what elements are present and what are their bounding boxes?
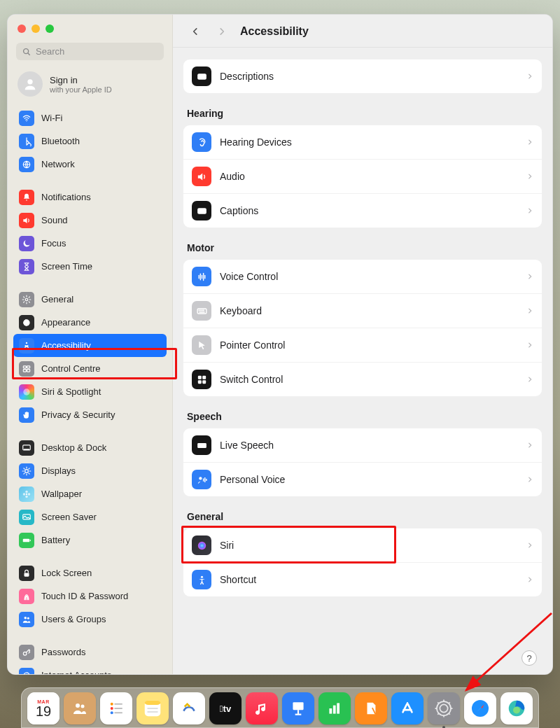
row-label: Pointer Control: [220, 340, 518, 351]
dock-numbers[interactable]: [318, 692, 351, 724]
search-icon: [22, 47, 31, 57]
close-button[interactable]: [18, 24, 26, 33]
back-button[interactable]: [187, 23, 204, 40]
dock-settings[interactable]: [428, 692, 460, 724]
row-pointer-control[interactable]: Pointer Control: [183, 328, 542, 362]
svg-rect-22: [23, 538, 29, 542]
account-row[interactable]: Sign in with your Apple ID: [8, 67, 172, 105]
sidebar-item-control-centre[interactable]: Control Centre: [13, 357, 167, 380]
row-audio[interactable]: Audio: [183, 159, 542, 193]
section-group: Live SpeechPersonal Voice: [183, 428, 542, 497]
sidebar-item-privacy-security[interactable]: Privacy & Security: [13, 403, 167, 426]
row-keyboard[interactable]: Keyboard: [183, 293, 542, 328]
sidebar-item-passwords[interactable]: Passwords: [13, 640, 167, 664]
sidebar-item-general[interactable]: General: [13, 288, 167, 311]
sidebar-item-appearance[interactable]: Appearance: [13, 311, 167, 334]
sidebar-item-label: Lock Screen: [41, 568, 92, 578]
sidebar-item-displays[interactable]: Displays: [13, 459, 167, 482]
row-label: Siri: [220, 540, 518, 551]
hand-icon: [19, 407, 34, 423]
dock-appstore[interactable]: [391, 692, 424, 724]
sidebar-item-bluetooth[interactable]: Bluetooth: [13, 130, 167, 153]
search-field[interactable]: [16, 43, 164, 60]
dock-keynote[interactable]: [282, 692, 314, 724]
dock-music[interactable]: [246, 692, 278, 724]
svg-point-20: [28, 493, 31, 496]
section-title: Motor: [187, 242, 538, 253]
page-title: Accessibility: [240, 25, 309, 38]
sidebar-item-screen-time[interactable]: Screen Time: [13, 255, 167, 278]
dock-calendar[interactable]: MAR19: [27, 692, 59, 724]
dock-edge[interactable]: [500, 692, 533, 724]
sidebar-item-screen-saver[interactable]: Screen Saver: [13, 505, 167, 528]
chevron-right-icon: [526, 307, 533, 315]
row-shortcut[interactable]: Shortcut: [183, 562, 542, 596]
chevron-right-icon: [526, 138, 533, 146]
sidebar-list: Wi-FiBluetoothNetworkNotificationsSoundF…: [8, 105, 172, 674]
battery-icon: [19, 533, 34, 548]
dock-notes[interactable]: [136, 692, 169, 724]
bell-icon: [19, 190, 34, 205]
sidebar-item-siri-spotlight[interactable]: Siri & Spotlight: [13, 380, 167, 403]
row-label: Keyboard: [220, 305, 518, 316]
sidebar-item-focus[interactable]: Focus: [13, 232, 167, 255]
dock-reminders[interactable]: [100, 692, 132, 724]
sidebar-item-network[interactable]: Network: [13, 153, 167, 176]
users-icon: [19, 612, 34, 627]
sidebar-item-label: Passwords: [41, 647, 86, 657]
dock-safari[interactable]: [464, 692, 496, 724]
sidebar-item-internet-accounts[interactable]: Internet Accounts: [13, 664, 167, 674]
livespeech-icon: [192, 435, 211, 455]
flower-icon: [19, 486, 34, 502]
zoom-button[interactable]: [46, 24, 54, 33]
sidebar-item-users-groups[interactable]: Users & Groups: [13, 608, 167, 631]
row-captions[interactable]: CCCaptions: [183, 193, 542, 227]
sidebar-item-touch-id-password[interactable]: Touch ID & Password: [13, 584, 167, 608]
content-pane: DescriptionsHearingHearing DevicesAudioC…: [173, 48, 552, 674]
speaker-icon: [19, 213, 34, 228]
dock-pages[interactable]: [355, 692, 387, 724]
row-label: Live Speech: [220, 440, 518, 451]
svg-point-25: [24, 616, 27, 619]
svg-point-26: [27, 617, 29, 619]
section-title: Hearing: [187, 108, 538, 119]
section-group: Voice ControlKeyboardPointer ControlSwit…: [183, 259, 542, 397]
row-voice-control[interactable]: Voice Control: [183, 260, 542, 293]
svg-text:CC: CC: [199, 209, 204, 213]
dock-contacts[interactable]: [64, 692, 96, 724]
sidebar-item-wi-fi[interactable]: Wi-Fi: [13, 106, 167, 130]
minimize-button[interactable]: [31, 24, 40, 33]
svg-point-51: [199, 477, 202, 479]
sidebar-item-battery[interactable]: Battery: [13, 528, 167, 552]
svg-point-45: [203, 310, 204, 311]
row-siri[interactable]: Siri: [183, 528, 542, 562]
desc-icon: [192, 66, 211, 86]
pvoice-icon: [192, 470, 211, 489]
sidebar-item-desktop-dock[interactable]: Desktop & Dock: [13, 436, 167, 459]
dock-tv[interactable]: tv: [209, 692, 241, 724]
sidebar-item-accessibility[interactable]: Accessibility: [13, 334, 167, 357]
siriorb-icon: [192, 536, 211, 555]
svg-rect-46: [197, 375, 201, 379]
row-switch-control[interactable]: Switch Control: [183, 362, 542, 396]
svg-point-7: [26, 342, 27, 343]
svg-point-3: [26, 120, 27, 121]
row-personal-voice[interactable]: Personal Voice: [183, 462, 542, 496]
row-label: Audio: [220, 171, 518, 182]
avatar-icon: [18, 71, 43, 97]
sun-icon: [19, 463, 34, 479]
sidebar-item-lock-screen[interactable]: Lock Screen: [13, 561, 167, 584]
search-input[interactable]: [36, 46, 158, 57]
sidebar-item-wallpaper[interactable]: Wallpaper: [13, 482, 167, 505]
chevron-right-icon: [526, 475, 533, 484]
svg-rect-11: [27, 369, 30, 372]
globe-icon: [19, 157, 34, 172]
sidebar-item-sound[interactable]: Sound: [13, 209, 167, 232]
row-descriptions[interactable]: Descriptions: [183, 59, 542, 93]
row-live-speech[interactable]: Live Speech: [183, 428, 542, 462]
sidebar-item-notifications[interactable]: Notifications: [13, 186, 167, 209]
dock-freeform[interactable]: [173, 692, 205, 724]
help-button[interactable]: ?: [522, 650, 537, 666]
row-hearing-devices[interactable]: Hearing Devices: [183, 125, 542, 159]
forward-button[interactable]: [214, 23, 230, 40]
